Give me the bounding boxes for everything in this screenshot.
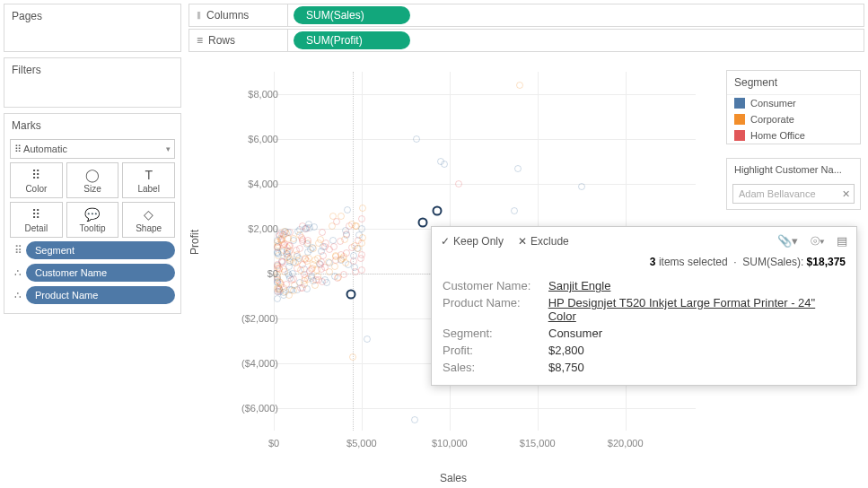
data-point[interactable] <box>514 165 522 172</box>
highlight-input[interactable]: Adam Bellavance ✕ <box>732 184 855 204</box>
data-point[interactable] <box>338 213 345 220</box>
data-point[interactable] <box>299 238 306 245</box>
data-point[interactable] <box>299 284 306 292</box>
x-tick: $20,000 <box>608 438 644 449</box>
pill-product-name[interactable]: Product Name <box>26 286 175 304</box>
data-point[interactable] <box>351 242 358 249</box>
data-point[interactable] <box>359 205 366 212</box>
tooltip-summary: 3 items selected · SUM(Sales): $18,375 <box>432 256 856 274</box>
marks-detail-button[interactable]: ⠿Detail <box>10 202 63 238</box>
data-point[interactable] <box>330 243 338 250</box>
data-point[interactable] <box>319 229 326 236</box>
size-icon: ◯ <box>85 168 100 182</box>
columns-label: Columns <box>206 9 249 22</box>
marks-size-button[interactable]: ◯Size <box>66 162 119 198</box>
data-point[interactable] <box>511 207 518 214</box>
data-point[interactable] <box>278 258 285 266</box>
tooltip-value: $8,750 <box>548 361 584 374</box>
rows-pill[interactable]: SUM(Profit) <box>294 31 410 49</box>
x-tick: $10,000 <box>432 438 468 449</box>
filters-shelf[interactable]: Filters <box>4 57 181 108</box>
data-point[interactable] <box>413 135 420 143</box>
data-point[interactable] <box>329 222 336 230</box>
data-point[interactable] <box>364 336 371 343</box>
data-point[interactable] <box>281 228 288 235</box>
marks-tooltip-button[interactable]: 💬Tooltip <box>66 202 119 238</box>
data-point[interactable] <box>284 244 291 251</box>
data-point[interactable] <box>318 258 325 266</box>
y-tick: $4,000 <box>197 179 278 189</box>
data-point[interactable] <box>310 277 317 284</box>
legend-item-home-office[interactable]: Home Office <box>727 127 860 144</box>
data-point[interactable] <box>358 251 365 258</box>
detail-icon: ⠿ <box>31 207 40 222</box>
pages-title: Pages <box>4 4 180 28</box>
pill-segment[interactable]: Segment <box>26 241 175 259</box>
data-point[interactable] <box>358 215 365 222</box>
group-icon[interactable]: 📎▾ <box>777 234 798 248</box>
data-point[interactable] <box>278 236 285 243</box>
marks-label-button[interactable]: TLabel <box>122 162 175 198</box>
tooltip-key: Product Name: <box>443 296 541 323</box>
data-point[interactable] <box>455 180 462 187</box>
pages-shelf[interactable]: Pages <box>4 4 181 52</box>
automatic-icon: ⠿ <box>14 144 21 155</box>
data-point[interactable] <box>313 266 320 274</box>
selected-point[interactable] <box>346 289 356 299</box>
data-point[interactable] <box>301 277 308 284</box>
data-point[interactable] <box>338 256 345 263</box>
exclude-button[interactable]: ✕Exclude <box>518 235 569 248</box>
data-point[interactable] <box>306 224 313 231</box>
data-point[interactable] <box>411 416 418 423</box>
legend-swatch <box>734 114 745 125</box>
tooltip-value: HP Designjet T520 Inkjet Large Format Pr… <box>548 296 846 323</box>
selected-point[interactable] <box>433 206 443 216</box>
selected-point[interactable] <box>418 217 428 227</box>
marks-btn-label: Color <box>25 184 47 194</box>
data-point[interactable] <box>343 231 350 239</box>
marks-type-select[interactable]: ⠿ Automatic ▾ <box>10 139 175 159</box>
data-point[interactable] <box>346 222 353 230</box>
legend-title: Segment <box>727 71 860 95</box>
columns-shelf[interactable]: ⦀Columns SUM(Sales) <box>189 4 864 27</box>
x-tick: $0 <box>268 438 279 449</box>
color-icon: ⠿ <box>31 168 40 182</box>
shape-icon: ◇ <box>144 207 153 222</box>
clear-icon[interactable]: ✕ <box>842 188 850 200</box>
data-point[interactable] <box>274 244 281 251</box>
data-point[interactable] <box>323 279 330 286</box>
data-point[interactable] <box>281 268 288 275</box>
pill-customer-name[interactable]: Customer Name <box>26 264 175 282</box>
columns-pill[interactable]: SUM(Sales) <box>294 6 410 24</box>
tooltip-key: Segment: <box>443 327 541 340</box>
data-point[interactable] <box>318 248 325 255</box>
data-point[interactable] <box>274 295 281 302</box>
data-point[interactable] <box>349 353 356 361</box>
marks-color-button[interactable]: ⠿Color <box>10 162 63 198</box>
close-icon: ✕ <box>518 235 527 248</box>
tooltip-key: Sales: <box>443 361 541 374</box>
pill-icon: ∴ <box>10 266 26 279</box>
data-point[interactable] <box>276 285 283 292</box>
rows-shelf[interactable]: ≡Rows SUM(Profit) <box>189 29 864 52</box>
keep-only-button[interactable]: ✓Keep Only <box>441 235 504 248</box>
data-point[interactable] <box>303 257 311 265</box>
marks-title: Marks <box>4 114 180 137</box>
data-point[interactable] <box>290 235 297 242</box>
data-point[interactable] <box>578 183 585 190</box>
data-point[interactable] <box>350 252 357 259</box>
data-point[interactable] <box>282 288 289 295</box>
legend-item-corporate[interactable]: Corporate <box>727 111 860 127</box>
legend-item-consumer[interactable]: Consumer <box>727 95 860 111</box>
data-point[interactable] <box>358 266 365 274</box>
exclude-label: Exclude <box>530 235 569 248</box>
marks-shape-button[interactable]: ◇Shape <box>122 202 175 238</box>
y-tick: $2,000 <box>197 223 278 234</box>
data-point[interactable] <box>286 257 294 264</box>
data-point[interactable] <box>516 82 523 89</box>
view-data-icon[interactable]: ▤ <box>837 234 847 248</box>
data-point[interactable] <box>441 161 448 168</box>
data-point[interactable] <box>344 206 351 214</box>
set-icon[interactable]: ⦾▾ <box>811 234 824 248</box>
data-point[interactable] <box>340 271 347 278</box>
